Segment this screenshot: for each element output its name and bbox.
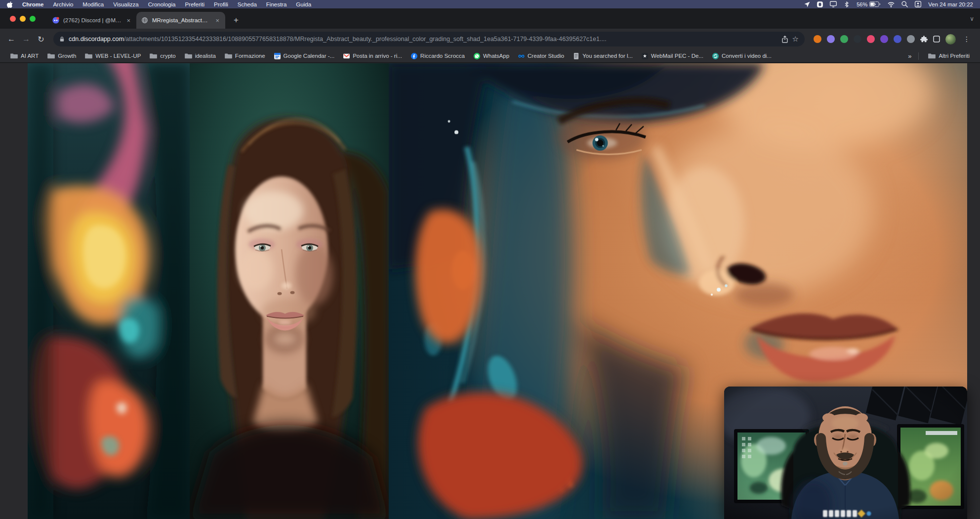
bookmark-label: idealista: [195, 53, 216, 59]
bookmark-label: Creator Studio: [528, 53, 564, 59]
back-button[interactable]: ←: [4, 32, 19, 46]
extension-icon[interactable]: [867, 35, 875, 43]
facebook-icon: [411, 53, 417, 59]
bookmarks-bar: AI ART Growth WEB - LEVEL-UP crypto idea…: [0, 49, 980, 63]
bookmark-google-calendar[interactable]: Google Calendar -...: [270, 51, 339, 61]
menubar-item-modifica[interactable]: Modifica: [82, 1, 104, 7]
bookmarks-overflow-icon[interactable]: »: [906, 52, 913, 60]
bookmark-label: Growth: [58, 53, 76, 59]
bookmarks-divider: [918, 52, 919, 60]
lock-icon[interactable]: [59, 36, 65, 42]
extension-icon[interactable]: [880, 35, 888, 43]
apple-menu[interactable]: [7, 1, 13, 8]
browser-toolbar: ← → ↻ cdn.discordapp.com/attachments/101…: [0, 29, 980, 49]
extension-icon[interactable]: [814, 35, 821, 43]
menubar-item-chrome[interactable]: Chrome: [22, 1, 43, 7]
url-domain: cdn.discordapp.com: [69, 36, 124, 43]
bookmark-webmail-pec[interactable]: WebMail PEC - De...: [637, 51, 708, 61]
bluetooth-icon[interactable]: [844, 1, 850, 7]
battery-percent-label: 56%: [857, 1, 867, 7]
artwork-panel-abstract: [28, 63, 190, 519]
tab-discord[interactable]: (2762) Discord | @Midjourney ×: [47, 12, 136, 29]
bookmark-folder-growth[interactable]: Growth: [43, 51, 81, 61]
bookmark-gmail-inbox[interactable]: Posta in arrivo - ri...: [339, 51, 407, 61]
bookmark-star-icon[interactable]: ☆: [792, 35, 799, 43]
converter-icon: [712, 53, 719, 59]
close-tab-icon[interactable]: ×: [125, 17, 131, 24]
folder-icon: [225, 53, 232, 59]
bookmark-video-converter[interactable]: Converti i video di...: [708, 51, 776, 61]
user-switch-icon[interactable]: [915, 1, 921, 7]
new-tab-button[interactable]: +: [229, 13, 243, 27]
bookmark-label: You searched for l...: [582, 53, 633, 59]
url-text[interactable]: cdn.discordapp.com/attachments/101351233…: [69, 36, 777, 43]
wifi-icon[interactable]: [888, 1, 895, 7]
extension-icon[interactable]: [827, 35, 835, 43]
extension-icon[interactable]: [840, 35, 848, 43]
spotlight-search-icon[interactable]: [901, 1, 908, 7]
tab-image-attachment[interactable]: MRregista_Abstract_beauty._ ×: [136, 12, 225, 29]
bookmark-label: Riccardo Scrocca: [420, 53, 465, 59]
close-tab-icon[interactable]: ×: [214, 17, 220, 24]
chrome-menu-icon[interactable]: ⋮: [961, 35, 972, 43]
discord-favicon: [52, 17, 59, 24]
folder-icon: [928, 53, 936, 59]
folder-icon: [85, 53, 92, 59]
menubar-item-visualizza[interactable]: Visualizza: [113, 1, 139, 7]
minimize-window-button[interactable]: [20, 16, 26, 22]
chevron-down-icon[interactable]: ∨: [970, 15, 974, 22]
share-icon[interactable]: [781, 36, 788, 43]
extension-icon[interactable]: [907, 35, 915, 43]
macos-screen: Chrome Archivio Modifica Visualizza Cron…: [0, 0, 980, 519]
location-arrow-icon[interactable]: [804, 1, 810, 7]
folder-icon: [150, 53, 157, 59]
bookmark-folder-formazione[interactable]: Formazione: [220, 51, 270, 61]
bookmark-folder-idealista[interactable]: idealista: [180, 51, 220, 61]
bookmark-label: Altri Preferiti: [939, 53, 970, 59]
battery-status[interactable]: 56%: [857, 1, 881, 7]
bookmark-whatsapp[interactable]: WhatsApp: [469, 51, 514, 61]
tab-title: MRregista_Abstract_beauty._: [152, 17, 210, 23]
bookmark-facebook-profile[interactable]: Riccardo Scrocca: [407, 51, 469, 61]
folder-icon: [47, 53, 55, 59]
window-controls: [10, 16, 36, 22]
bookmark-label: AI ART: [21, 53, 39, 59]
extension-icon[interactable]: [854, 35, 861, 43]
bookmark-search-result[interactable]: You searched for l...: [569, 51, 637, 61]
bookmark-folder-ai-art[interactable]: AI ART: [6, 51, 43, 61]
address-bar[interactable]: cdn.discordapp.com/attachments/101351233…: [53, 32, 805, 46]
bookmark-label: Formazione: [235, 53, 265, 59]
menubar-item-preferiti[interactable]: Preferiti: [185, 1, 204, 7]
display-icon[interactable]: [830, 1, 837, 7]
zoom-window-button[interactable]: [30, 16, 36, 22]
bookmark-folder-crypto[interactable]: crypto: [145, 51, 180, 61]
bookmark-label: Posta in arrivo - ri...: [353, 53, 402, 59]
app-badge-icon[interactable]: [817, 1, 823, 7]
forward-button[interactable]: →: [19, 32, 34, 46]
bookmark-label: Converti i video di...: [722, 53, 772, 59]
page-content: [0, 63, 980, 519]
extension-icon[interactable]: [894, 35, 901, 43]
menubar-item-finestra[interactable]: Finestra: [266, 1, 287, 7]
bookmark-creator-studio[interactable]: Creator Studio: [514, 51, 569, 61]
gmail-icon: [343, 53, 350, 59]
bookmark-folder-web-level-up[interactable]: WEB - LEVEL-UP: [81, 51, 145, 61]
profile-avatar[interactable]: [945, 34, 956, 44]
menubar-item-guida[interactable]: Guida: [296, 1, 311, 7]
menubar-item-archivio[interactable]: Archivio: [53, 1, 73, 7]
menubar-item-cronologia[interactable]: Cronologia: [148, 1, 176, 7]
webcam-overlay: [724, 387, 967, 519]
tab-strip: (2762) Discord | @Midjourney × MRregista…: [0, 8, 980, 29]
bookmark-label: WEB - LEVEL-UP: [95, 53, 141, 59]
other-bookmarks-folder[interactable]: Altri Preferiti: [924, 51, 974, 61]
menubar-item-profili[interactable]: Profili: [214, 1, 228, 7]
menubar-clock[interactable]: Ven 24 mar 20:22: [928, 1, 973, 7]
bookmark-label: crypto: [160, 53, 175, 59]
menubar-item-scheda[interactable]: Scheda: [238, 1, 257, 7]
reload-button[interactable]: ↻: [34, 32, 48, 46]
extensions-puzzle-icon[interactable]: [920, 36, 928, 43]
url-path: /attachments/1013512335442333816/1088905…: [124, 36, 607, 43]
close-window-button[interactable]: [10, 16, 16, 22]
calendar-icon: [274, 53, 281, 59]
window-square-icon[interactable]: [933, 36, 940, 43]
